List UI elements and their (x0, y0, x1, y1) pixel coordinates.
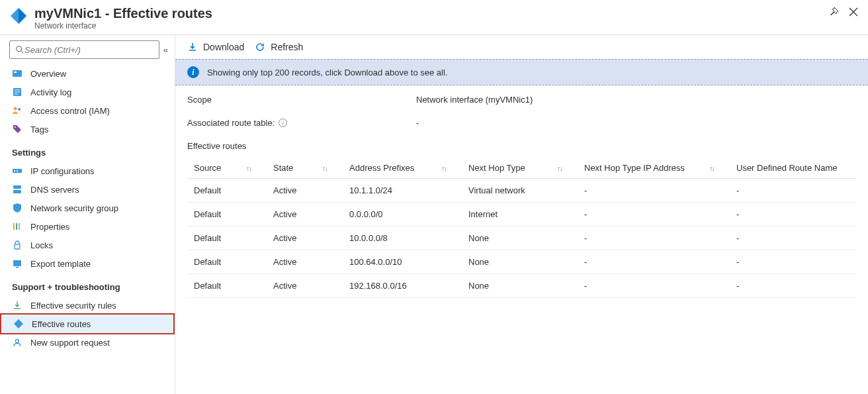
search-input[interactable] (24, 45, 153, 55)
cell-ip: - (578, 250, 730, 274)
cell-state: Active (267, 250, 343, 274)
sidebar-item-dns[interactable]: DNS servers (0, 180, 175, 199)
sort-icon: ↑↓ (322, 164, 327, 172)
refresh-button[interactable]: Refresh (255, 42, 303, 52)
search-box[interactable] (9, 40, 159, 59)
sidebar-item-overview[interactable]: Overview (0, 64, 175, 83)
svg-rect-4 (13, 70, 22, 77)
help-icon[interactable]: i (279, 119, 287, 127)
svg-rect-16 (13, 185, 21, 189)
cell-ip: - (578, 179, 730, 203)
close-icon[interactable] (848, 7, 859, 17)
col-state[interactable]: State↑↓ (267, 158, 343, 179)
sidebar-item-activity-log[interactable]: Activity log (0, 83, 175, 101)
col-ip[interactable]: Next Hop Type IP Address↑↓ (578, 158, 730, 179)
info-icon: i (187, 66, 199, 78)
cell-source: Default (187, 274, 267, 298)
table-row: DefaultActive10.0.0.0/8None-- (187, 226, 856, 250)
export-icon (12, 258, 22, 269)
cell-hop: None (462, 250, 578, 274)
sidebar-item-eff-security[interactable]: Effective security rules (0, 296, 175, 315)
svg-rect-17 (13, 190, 21, 193)
sidebar-item-new-support[interactable]: New support request (0, 333, 175, 352)
toolbar: Download Refresh (175, 35, 868, 59)
col-source[interactable]: Source↑↓ (187, 158, 267, 179)
svg-rect-22 (13, 260, 21, 266)
routes-table: Source↑↓ State↑↓ Address Prefixes↑↓ Next… (187, 158, 856, 298)
cell-source: Default (187, 226, 267, 250)
cell-state: Active (267, 179, 343, 203)
scope-label: Scope (187, 95, 416, 105)
section-settings: Settings (0, 138, 175, 162)
sidebar: « Overview Activity log Access control (… (0, 35, 175, 394)
col-udr[interactable]: User Defined Route Name (730, 158, 856, 179)
sort-icon: ↑↓ (246, 164, 251, 172)
svg-point-10 (14, 107, 17, 111)
download-icon (12, 300, 22, 311)
col-prefix[interactable]: Address Prefixes↑↓ (343, 158, 462, 179)
cell-hop: None (462, 226, 578, 250)
people-icon (12, 105, 22, 116)
svg-point-2 (17, 46, 22, 52)
sidebar-item-label: Effective routes (32, 319, 91, 329)
download-label: Download (203, 42, 244, 52)
sidebar-item-ip-config[interactable]: IP configurations (0, 162, 175, 180)
svg-marker-25 (14, 319, 23, 328)
page-title: myVMNic1 - Effective routes (34, 5, 828, 21)
sidebar-item-properties[interactable]: Properties (0, 217, 175, 236)
sidebar-item-label: DNS servers (30, 185, 79, 195)
sidebar-item-label: Locks (30, 240, 53, 250)
table-row: DefaultActive0.0.0.0/0Internet-- (187, 203, 856, 226)
cell-udr: - (730, 226, 856, 250)
table-row: DefaultActive100.64.0.0/10None-- (187, 250, 856, 274)
cell-prefix: 0.0.0.0/0 (343, 203, 462, 226)
sidebar-item-label: Export template (30, 259, 91, 269)
svg-point-26 (16, 340, 19, 343)
cell-udr: - (730, 250, 856, 274)
cell-hop: None (462, 274, 578, 298)
assoc-table-label: Associated route table: i (187, 118, 416, 128)
svg-point-11 (18, 108, 21, 111)
sidebar-item-label: Effective security rules (30, 301, 116, 311)
cell-source: Default (187, 203, 267, 226)
sidebar-item-eff-routes[interactable]: Effective routes (0, 313, 175, 334)
sort-icon: ↑↓ (709, 164, 714, 172)
cell-ip: - (578, 203, 730, 226)
cell-source: Default (187, 250, 267, 274)
sidebar-item-tags[interactable]: Tags (0, 120, 175, 138)
collapse-sidebar-icon[interactable]: « (163, 45, 168, 55)
sidebar-item-label: Tags (30, 124, 48, 134)
sidebar-item-label: Network security group (30, 203, 118, 213)
refresh-label: Refresh (271, 42, 303, 52)
tag-icon (12, 124, 22, 134)
nic-icon (9, 7, 28, 25)
svg-point-12 (15, 126, 16, 128)
properties-icon (12, 221, 22, 232)
col-hop[interactable]: Next Hop Type↑↓ (462, 158, 578, 179)
cell-udr: - (730, 203, 856, 226)
page-subtitle: Network interface (34, 21, 828, 30)
cell-state: Active (267, 203, 343, 226)
cell-state: Active (267, 226, 343, 250)
cell-ip: - (578, 274, 730, 298)
sidebar-item-iam[interactable]: Access control (IAM) (0, 101, 175, 120)
cell-udr: - (730, 274, 856, 298)
sidebar-item-nsg[interactable]: Network security group (0, 199, 175, 217)
download-button[interactable]: Download (187, 42, 244, 52)
cell-ip: - (578, 226, 730, 250)
routes-title: Effective routes (187, 141, 856, 151)
scope-value: Network interface (myVMNic1) (416, 95, 533, 105)
sidebar-item-locks[interactable]: Locks (0, 236, 175, 254)
blade-header: myVMNic1 - Effective routes Network inte… (0, 0, 868, 35)
cell-state: Active (267, 274, 343, 298)
sidebar-item-label: Access control (IAM) (30, 106, 110, 116)
sidebar-item-label: Activity log (30, 87, 71, 97)
sidebar-item-label: IP configurations (30, 166, 95, 176)
sidebar-item-label: New support request (30, 338, 110, 348)
ip-icon (12, 166, 22, 176)
svg-marker-1 (19, 8, 26, 24)
sidebar-item-export[interactable]: Export template (0, 254, 175, 273)
pin-icon[interactable] (828, 7, 839, 17)
shield-icon (12, 203, 22, 213)
search-icon (15, 45, 24, 54)
